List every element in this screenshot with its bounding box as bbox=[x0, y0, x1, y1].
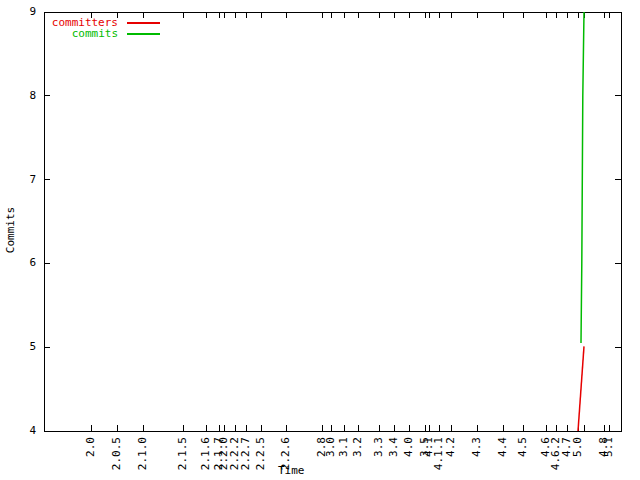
x-tick-label: 2.0.5 bbox=[110, 437, 123, 470]
y-tick-label: 9 bbox=[0, 6, 36, 18]
legend-line-sample-committers bbox=[127, 22, 160, 24]
x-tick-label: 2.2.6 bbox=[279, 437, 292, 470]
x-tick-label: 3.1 bbox=[337, 437, 350, 457]
x-tick-label: 4.3 bbox=[470, 437, 483, 457]
x-tick-label: 4.5 bbox=[516, 437, 529, 457]
y-tick-label: 4 bbox=[0, 425, 36, 437]
x-tick-label: 3.4 bbox=[387, 437, 400, 457]
x-tick-label: 3.0 bbox=[324, 437, 337, 457]
y-tick-label: 7 bbox=[0, 174, 36, 186]
x-tick-label: 2.2.7 bbox=[239, 437, 252, 470]
series-line-commits bbox=[581, 12, 584, 343]
x-tick-label: 2.1.5 bbox=[176, 437, 189, 470]
x-tick-label: 2.2.5 bbox=[254, 437, 267, 470]
y-axis-title: Commits bbox=[4, 207, 17, 253]
x-tick-label: 3.3 bbox=[372, 437, 385, 457]
x-tick-label: 5.0 bbox=[571, 437, 584, 457]
x-tick-label: 3.2 bbox=[351, 437, 364, 457]
y-tick-label: 8 bbox=[0, 90, 36, 102]
plot-border bbox=[44, 12, 621, 431]
x-tick-label: 4.0 bbox=[402, 437, 415, 457]
x-tick-label: 5.1 bbox=[602, 437, 615, 457]
chart-canvas: Commits Time committers commits 456789 2… bbox=[0, 0, 640, 480]
x-tick-label: 2.0 bbox=[84, 437, 97, 457]
x-tick-label: 2.1.0 bbox=[136, 437, 149, 470]
legend-entry-commits: commits bbox=[48, 28, 160, 39]
x-tick-label: 4.4 bbox=[496, 437, 509, 457]
x-tick-label: 2.1.6 bbox=[199, 437, 212, 470]
legend-line-sample-commits bbox=[127, 33, 160, 35]
x-tick-label: 4.2 bbox=[444, 437, 457, 457]
y-tick-label: 5 bbox=[0, 341, 36, 353]
y-tick-label: 6 bbox=[0, 257, 36, 269]
plot-area bbox=[0, 0, 640, 480]
series-line-committers bbox=[578, 346, 584, 431]
legend-label-commits: commits bbox=[48, 28, 118, 39]
